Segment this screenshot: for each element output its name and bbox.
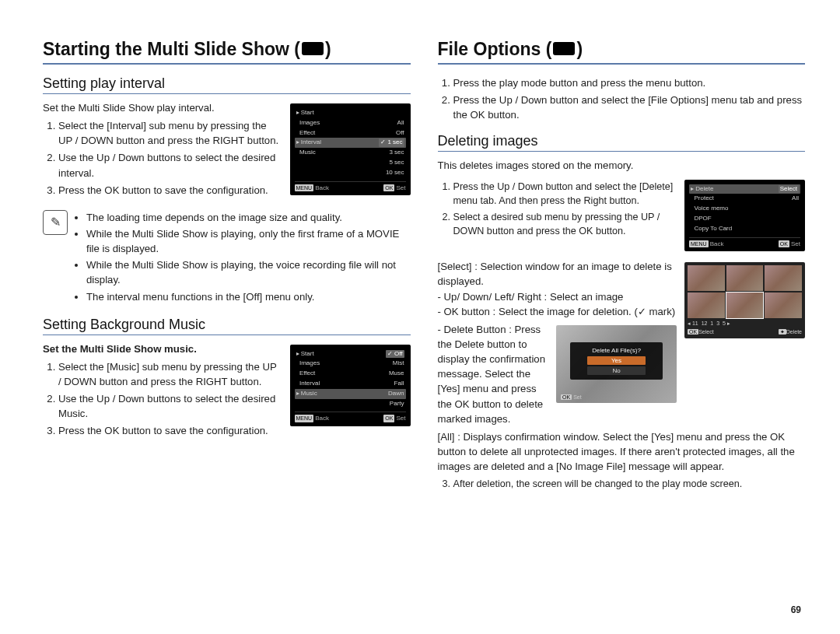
subheading-delete: Deleting images [438, 133, 806, 152]
heading-left: Starting the Multi Slide Show () [43, 39, 411, 65]
step-delete-3: After deletion, the screen will be chang… [438, 477, 806, 491]
file-options-icon [553, 42, 575, 55]
note-icon: ✎ [43, 210, 68, 235]
lcd-music: ▸ Start✓ Off ImagesMist EffectMuse Inter… [290, 345, 411, 427]
page-number: 69 [791, 604, 801, 615]
slideshow-icon [302, 42, 324, 55]
lcd-delete-all-dialog: Delete All File(s)? Yes No OKSet [556, 325, 677, 403]
subheading-music: Setting Background Music [43, 317, 411, 335]
steps-fileoptions-intro: Press the play mode button and press the… [438, 75, 806, 122]
lcd-select-thumbs: ◂ 11 12 1 3 5 ▸ OKSelect✦Delete [684, 262, 805, 338]
note-box: ✎ The loading time depends on the image … [43, 210, 411, 306]
intro-delete: This deletes images stored on the memory… [438, 158, 806, 173]
subheading-interval: Setting play interval [43, 75, 411, 94]
lcd-interval: ▸ Start ImagesAll EffectOff ▸ Interval✓ … [290, 103, 411, 195]
lcd-delete: ▸ DeleteSelect ProtectAll Voice memo DPO… [684, 180, 805, 252]
check-icon: ✓ [638, 306, 646, 317]
heading-right: File Options () [438, 39, 806, 65]
